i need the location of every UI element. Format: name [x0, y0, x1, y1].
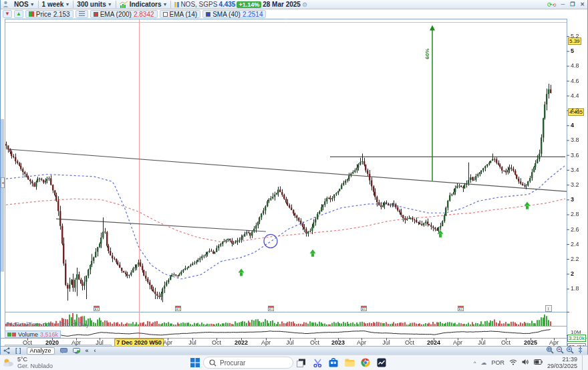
prev-button[interactable]: ‹ — [92, 347, 99, 354]
taskbar-weather-widget[interactable]: 5°C Ger. Nublado — [0, 356, 80, 369]
collapse-left-button[interactable]: « — [83, 347, 92, 354]
show-desktop-button[interactable] — [582, 355, 584, 370]
list-button[interactable] — [76, 10, 88, 18]
share-button[interactable] — [1, 347, 13, 354]
taskbar-app-chrome[interactable] — [357, 356, 374, 369]
window-controls: ⟳⟲ ─ ❐ ✕ — [545, 1, 587, 8]
price-cursor-value: 2.153 — [53, 11, 70, 18]
price-label: Price — [36, 11, 51, 18]
clock-date: 29/03/2025 — [547, 363, 577, 369]
symbol-label: NOS — [14, 1, 29, 8]
up-arrow-icon: ▲ — [16, 11, 21, 17]
chart-toolbar: NOS▼ 1 week▼ 300 units▼ Indicators▼ NOS,… — [1, 0, 587, 9]
prorealtime-window: NOS▼ 1 week▼ 300 units▼ Indicators▼ NOS,… — [0, 0, 588, 355]
buy-order-button[interactable]: ▲ — [14, 10, 23, 18]
units-label: 300 units — [77, 1, 106, 8]
zoom-out-button[interactable] — [556, 346, 565, 355]
instrument-icon — [174, 2, 179, 7]
screen: { "titlebar": { "symbol": "NOS", "timefr… — [0, 0, 588, 370]
search-placeholder: Procurar — [220, 359, 245, 367]
zoom-in-button[interactable] — [566, 346, 575, 355]
language-indicator[interactable]: POR — [491, 359, 504, 366]
instrument-info: NOS, SGPS 4.435 +1.14% 28 Mar 2025 ⚙ — [171, 0, 311, 9]
left-panel-strip[interactable] — [1, 119, 4, 272]
restore-button[interactable]: ❐ — [567, 1, 577, 7]
indicators-icon — [120, 1, 128, 8]
timeframe-label: 1 week — [42, 1, 64, 8]
chart-area: ProRealTime.com - End of Day Volume 3,51… — [1, 19, 588, 346]
sma40-value: 2.2514 — [243, 11, 263, 18]
share-icon — [3, 347, 10, 354]
sma40-swatch — [206, 12, 210, 17]
gear-icon[interactable]: ⚙ — [302, 1, 307, 8]
taskbar-app-snipping[interactable] — [309, 356, 325, 369]
ema14-swatch — [163, 12, 168, 17]
sma40-label: SMA (40) — [212, 11, 241, 18]
screenshare-button[interactable] — [70, 348, 83, 354]
chevron-down-icon: ▼ — [65, 2, 69, 7]
indicators-label: Indicators — [130, 1, 162, 8]
taskbar-app-taskview[interactable] — [293, 356, 309, 369]
windows-taskbar: 5°C Ger. Nublado Procurar ^ ☁ POR 21:39 … — [0, 355, 588, 370]
indicator-legend-bar: ▼ ▲ Price 2.153 EMA (200) 2.8342 EMA (14… — [1, 9, 587, 19]
app-tool-icon[interactable] — [1, 0, 11, 9]
start-button[interactable] — [187, 356, 203, 369]
system-tray: ^ ☁ POR 21:39 29/03/2025 — [474, 355, 588, 370]
weather-temperature: 5°C — [17, 356, 53, 363]
windows-logo-icon — [190, 358, 200, 367]
screen-icon — [73, 348, 80, 354]
change-badge: +1.14% — [237, 1, 261, 8]
person-icon — [3, 1, 9, 8]
ema14-legend[interactable]: EMA (14) — [160, 10, 201, 18]
instrument-name: NOS, SGPS — [180, 1, 217, 8]
zoom-slider[interactable] — [576, 346, 585, 355]
session-date: 28 Mar 2025 — [263, 1, 301, 8]
sma40-legend[interactable]: SMA (40) 2.2514 — [202, 10, 266, 18]
speaker-icon[interactable] — [522, 359, 529, 367]
frame-button[interactable]: [ ] — [13, 347, 24, 354]
onedrive-icon[interactable]: ☁ — [480, 359, 486, 366]
zoom-fit-button[interactable] — [546, 346, 555, 355]
chat-button[interactable] — [57, 348, 70, 354]
timeframe-selector[interactable]: 1 week▼ — [39, 0, 74, 9]
tray-expand-button[interactable]: ^ — [474, 360, 476, 366]
candle-colors-icon — [29, 11, 34, 17]
left-panel-handle[interactable]: ◂ — [1, 177, 5, 188]
price-chart-canvas[interactable] — [1, 19, 588, 346]
down-arrow-icon: ▼ — [5, 11, 10, 17]
ema200-label: EMA (200) — [100, 11, 132, 18]
list-icon — [79, 11, 85, 17]
search-icon — [209, 359, 216, 367]
taskbar-app-explorer[interactable] — [341, 356, 357, 369]
battery-icon[interactable] — [534, 359, 543, 366]
close-button[interactable]: ✕ — [577, 1, 587, 7]
sell-order-button[interactable]: ▼ — [3, 10, 12, 18]
taskbar-app-store[interactable] — [325, 356, 341, 369]
ema200-swatch — [94, 12, 98, 17]
chevron-down-icon: ▼ — [108, 2, 112, 7]
ema200-legend[interactable]: EMA (200) 2.8342 — [90, 10, 158, 18]
taskbar-app-trading[interactable] — [374, 356, 390, 369]
bottom-toolbar: [ ] Analyze « ‹ — [1, 346, 587, 355]
weather-condition: Ger. Nublado — [17, 363, 53, 369]
chat-icon — [60, 348, 67, 354]
price-legend[interactable]: Price 2.153 — [25, 10, 74, 18]
zoom-controls — [546, 346, 587, 355]
taskbar-clock[interactable]: 21:39 29/03/2025 — [547, 356, 577, 369]
weather-icon — [3, 358, 15, 367]
analyze-label: Analyze — [30, 347, 51, 354]
clock-time: 21:39 — [562, 356, 577, 363]
sync-icon[interactable]: ⟳⟲ — [545, 1, 558, 8]
instrument-last-price: 4.435 — [218, 1, 235, 8]
chevron-down-icon: ▼ — [30, 2, 35, 7]
taskbar-search[interactable]: Procurar — [203, 357, 293, 369]
wifi-icon[interactable] — [509, 359, 517, 367]
minimize-button[interactable]: ─ — [558, 1, 567, 7]
units-selector[interactable]: 300 units▼ — [74, 0, 115, 9]
ema200-value: 2.8342 — [134, 11, 154, 18]
ema14-label: EMA (14) — [170, 11, 198, 18]
symbol-selector[interactable]: NOS▼ — [11, 0, 38, 9]
chevron-down-icon: ▼ — [162, 2, 167, 7]
indicators-button[interactable]: Indicators▼ — [116, 0, 171, 9]
analyze-tab[interactable]: Analyze — [24, 347, 57, 355]
